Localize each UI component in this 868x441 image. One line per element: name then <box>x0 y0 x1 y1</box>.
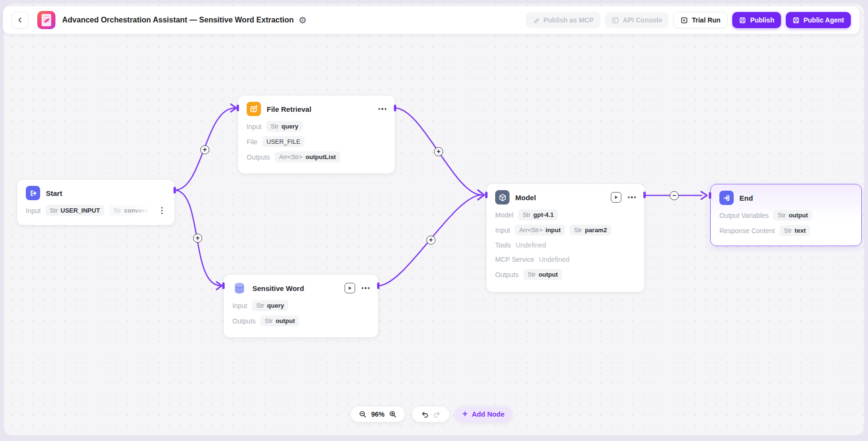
zoom-in-button[interactable] <box>389 410 397 418</box>
model-label: Model <box>495 211 513 219</box>
param-chip: Stroutput <box>773 210 812 221</box>
node-title: File Retrieval <box>267 105 311 113</box>
save-icon <box>739 17 746 24</box>
param-chip: Arr<Str>outputList <box>275 151 340 162</box>
param-chip: Strparam2 <box>570 225 611 236</box>
param-chip: Strquery <box>252 300 288 311</box>
param-chip: Stroutput <box>260 315 299 326</box>
mcp-service-value: Undefined <box>539 256 569 263</box>
output-variables-label: Output Variables <box>719 212 769 219</box>
workflow-canvas[interactable]: + + + + − Start Input StrUSER_INPUT Strc… <box>4 4 864 435</box>
node-file-retrieval[interactable]: File Retrieval Input Strquery File USER_… <box>238 96 395 173</box>
node-title: Sensitive Word <box>252 284 304 292</box>
tools-label: Tools <box>495 241 511 249</box>
arrowhead-model <box>478 190 484 200</box>
more-menu-icon[interactable] <box>362 287 370 289</box>
terminal-icon <box>612 17 619 24</box>
redo-button[interactable] <box>433 411 441 418</box>
zoom-out-button[interactable] <box>359 410 367 418</box>
node-title: End <box>739 194 753 202</box>
edge-add-button[interactable]: + <box>426 236 435 245</box>
edge-add-button[interactable]: + <box>434 147 443 156</box>
input-port[interactable] <box>237 105 239 111</box>
param-chip: Arr<Str>input <box>515 225 565 236</box>
gear-icon[interactable]: ⚙ <box>299 16 307 25</box>
mcp-service-label: MCP Service <box>495 256 534 263</box>
trial-run-button[interactable]: Trial Run <box>673 12 727 28</box>
plus-icon: + <box>463 409 468 418</box>
api-console-button[interactable]: API Console <box>605 12 669 28</box>
run-node-button[interactable] <box>345 283 355 293</box>
model-node-icon <box>495 190 510 204</box>
tools-value: Undefined <box>516 241 546 249</box>
arrowhead-end <box>701 192 707 199</box>
app-icon <box>37 11 55 29</box>
end-node-icon <box>719 191 734 205</box>
edge-add-button[interactable]: + <box>200 145 209 154</box>
response-content-label: Response Content <box>719 227 775 235</box>
node-title: Start <box>46 189 62 197</box>
param-chip: StrUSER_INPUT <box>45 205 104 216</box>
param-chip: Strquery <box>266 121 303 132</box>
mcp-icon <box>532 17 540 24</box>
more-menu-icon[interactable] <box>379 108 387 110</box>
output-port[interactable] <box>174 187 176 194</box>
input-label: Input <box>26 207 41 215</box>
arrowhead-file <box>231 104 236 112</box>
output-port[interactable] <box>377 282 380 289</box>
zoom-controls: 96% <box>351 407 405 422</box>
input-port[interactable] <box>485 192 488 198</box>
node-model[interactable]: Model Model Strgpt-4.1 Input Arr<Str>inp… <box>487 184 644 292</box>
page-title: Advanced Orchestration Assistant — Sensi… <box>62 16 294 24</box>
file-retrieval-node-icon <box>247 102 261 116</box>
output-port[interactable] <box>643 192 646 198</box>
param-chip: Strgpt-4.1 <box>518 209 558 220</box>
public-agent-button[interactable]: Public Agent <box>786 12 851 28</box>
node-title: Model <box>515 194 536 202</box>
undo-button[interactable] <box>421 411 429 418</box>
input-label: Input <box>247 123 261 130</box>
sensitive-word-node-icon <box>232 281 247 295</box>
save-icon <box>792 17 800 24</box>
outputs-label: Outputs <box>247 153 270 161</box>
param-chip-truncated: Strconvers <box>109 205 152 216</box>
edge-add-button[interactable]: + <box>193 234 202 243</box>
back-button[interactable] <box>11 11 29 29</box>
edge-remove-button[interactable]: − <box>670 191 679 200</box>
publish-button[interactable]: Publish <box>732 12 781 28</box>
play-icon <box>681 17 688 24</box>
outputs-label: Outputs <box>232 317 256 325</box>
param-chip: Strtext <box>780 225 810 236</box>
more-menu-icon[interactable]: ⋮ <box>158 206 166 215</box>
zoom-level: 96% <box>371 410 384 418</box>
input-label: Input <box>495 226 510 234</box>
input-port[interactable] <box>709 192 711 199</box>
input-port[interactable] <box>222 282 225 289</box>
top-bar: Advanced Orchestration Assistant — Sensi… <box>3 6 859 34</box>
file-chip: USER_FILE <box>262 136 305 147</box>
param-chip: Stroutput <box>523 269 562 280</box>
file-label: File <box>247 138 258 146</box>
run-node-button[interactable] <box>611 192 621 203</box>
input-label: Input <box>232 302 247 310</box>
start-node-icon <box>26 186 40 200</box>
node-start[interactable]: Start Input StrUSER_INPUT Strconvers ⋮ <box>17 180 174 225</box>
chevron-left-icon <box>16 16 24 24</box>
outputs-label: Outputs <box>495 271 519 279</box>
history-controls <box>412 407 449 422</box>
arrowhead-sensitive <box>217 282 222 290</box>
output-port[interactable] <box>394 105 396 111</box>
node-sensitive-word[interactable]: Sensitive Word Input Strquery Outputs St… <box>224 275 378 337</box>
node-end[interactable]: End Output Variables Stroutput Response … <box>710 184 862 246</box>
add-node-button[interactable]: + Add Node <box>455 407 512 422</box>
more-menu-icon[interactable] <box>628 196 636 198</box>
publish-as-mcp-button[interactable]: Publish as MCP <box>526 12 600 28</box>
